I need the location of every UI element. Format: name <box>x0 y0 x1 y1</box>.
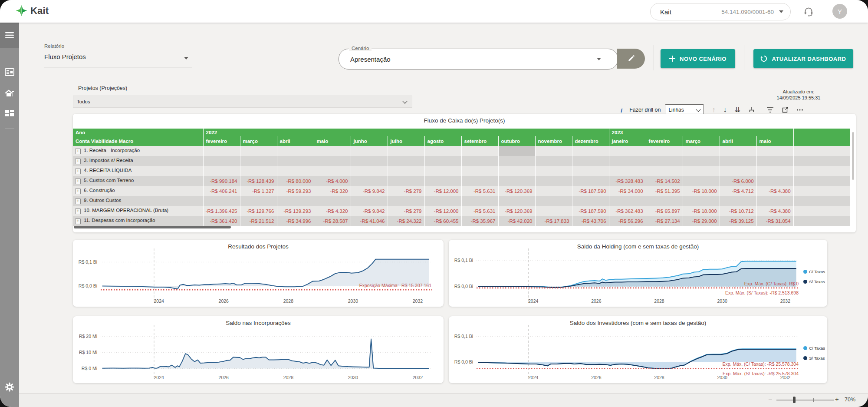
expand-row-icon[interactable]: + <box>75 169 81 174</box>
focus-mode-button[interactable] <box>782 106 789 113</box>
row-label-cell[interactable]: +5. Custos com Terreno <box>73 176 203 186</box>
legend-item[interactable]: C/ Taxas <box>803 346 825 351</box>
table-cell[interactable]: -R$ 120.369 <box>498 186 535 196</box>
row-label-cell[interactable]: +9. Outros Custos <box>73 196 203 206</box>
table-cell[interactable] <box>424 196 461 206</box>
table-cell[interactable] <box>388 166 424 176</box>
table-cell[interactable]: -R$ 43.706 <box>572 216 609 226</box>
table-cell[interactable] <box>203 156 240 166</box>
table-cell[interactable]: -R$ 65.897 <box>646 206 683 216</box>
expand-row-icon[interactable]: + <box>75 189 81 194</box>
table-cell[interactable] <box>535 196 572 206</box>
table-cell[interactable]: -R$ 1.327 <box>240 186 277 196</box>
table-cell[interactable] <box>461 176 498 186</box>
table-cell[interactable] <box>240 156 277 166</box>
table-cell[interactable]: -R$ 187.590 <box>572 186 609 196</box>
table-cell[interactable]: -R$ 24.322 <box>388 216 424 226</box>
table-cell[interactable] <box>756 196 793 206</box>
header-month[interactable]: novembro <box>535 136 572 146</box>
table-cell[interactable] <box>351 196 388 206</box>
table-cell[interactable] <box>572 156 609 166</box>
table-cell[interactable] <box>535 186 572 196</box>
table-cell[interactable] <box>277 146 314 156</box>
table-cell[interactable] <box>683 176 720 186</box>
table-cell[interactable] <box>240 196 277 206</box>
expand-row-icon[interactable]: + <box>75 179 81 184</box>
table-cell[interactable]: -R$ 51.395 <box>646 186 683 196</box>
table-cell[interactable] <box>720 156 756 166</box>
table-cell[interactable] <box>683 166 720 176</box>
projects-filter-dropdown[interactable]: Todos <box>73 96 412 108</box>
legend-item[interactable]: C/ Taxas <box>803 269 825 274</box>
table-cell[interactable] <box>461 196 498 206</box>
table-cell[interactable]: -R$ 12.000 <box>424 186 461 196</box>
table-cell[interactable] <box>535 176 572 186</box>
company-selector[interactable]: Kait 54.141.090/0001-60 <box>650 3 791 20</box>
table-cell[interactable]: -R$ 18.000 <box>683 186 720 196</box>
table-cell[interactable] <box>498 156 535 166</box>
header-month[interactable]: setembro <box>461 136 498 146</box>
table-cell[interactable]: -R$ 27.134 <box>646 216 683 226</box>
filter-button[interactable] <box>766 107 774 113</box>
table-cell[interactable] <box>756 146 793 156</box>
table-cell[interactable] <box>609 156 646 166</box>
table-cell[interactable]: -R$ 5.631 <box>461 206 498 216</box>
table-cell[interactable] <box>277 156 314 166</box>
table-cell[interactable]: -R$ 18.000 <box>683 206 720 216</box>
table-cell[interactable]: -R$ 279 <box>388 186 424 196</box>
table-cell[interactable] <box>535 156 572 166</box>
header-month[interactable]: maio <box>756 136 793 146</box>
row-label-cell[interactable]: +3. Impostos s/ Receita <box>73 156 203 166</box>
table-cell[interactable]: -R$ 41.046 <box>351 216 388 226</box>
table-cell[interactable]: -R$ 279 <box>388 206 424 216</box>
table-cell[interactable]: -R$ 9.842 <box>351 206 388 216</box>
expand-row-icon[interactable]: + <box>75 149 81 154</box>
table-cell[interactable] <box>314 166 351 176</box>
table-cell[interactable] <box>756 156 793 166</box>
header-month[interactable]: fevereiro <box>203 136 240 146</box>
table-cell[interactable] <box>351 156 388 166</box>
header-month[interactable]: janeiro <box>609 136 646 146</box>
table-cell[interactable] <box>646 166 683 176</box>
table-cell[interactable] <box>572 176 609 186</box>
header-month[interactable]: agosto <box>424 136 461 146</box>
table-cell[interactable] <box>646 196 683 206</box>
table-cell[interactable] <box>424 166 461 176</box>
drill-up-icon[interactable]: ↑ <box>712 106 715 113</box>
header-month[interactable]: abril <box>277 136 314 146</box>
row-label-cell[interactable]: +4. RECEITA LÍQUIDA <box>73 166 203 176</box>
table-cell[interactable] <box>498 146 535 156</box>
header-month[interactable]: julho <box>388 136 424 146</box>
table-cell[interactable] <box>351 176 388 186</box>
table-cell[interactable] <box>683 146 720 156</box>
table-cell[interactable] <box>203 196 240 206</box>
table-cell[interactable] <box>609 146 646 156</box>
header-month[interactable]: fevereiro <box>646 136 683 146</box>
zoom-in-button[interactable]: + <box>835 395 839 403</box>
line-chart[interactable]: R$ 0,1 BiR$ 0,0 Bi20242026202820302032Ex… <box>73 240 444 307</box>
drill-down-icon[interactable]: ↓ <box>723 106 727 113</box>
table-cell[interactable]: -R$ 4.380 <box>756 206 793 216</box>
table-cell[interactable] <box>498 166 535 176</box>
header-month[interactable]: março <box>240 136 277 146</box>
table-cell[interactable] <box>388 146 424 156</box>
table-cell[interactable] <box>498 176 535 186</box>
table-cell[interactable] <box>351 166 388 176</box>
report-select[interactable]: Fluxo Projetos <box>44 53 86 60</box>
table-cell[interactable]: -R$ 56.296 <box>609 216 646 226</box>
table-cell[interactable]: -R$ 320 <box>314 186 351 196</box>
table-cell[interactable]: -R$ 59.293 <box>277 186 314 196</box>
header-month[interactable]: dezembro <box>572 136 609 146</box>
zoom-out-button[interactable]: − <box>768 395 772 403</box>
table-cell[interactable] <box>203 146 240 156</box>
sidebar-item-reports[interactable] <box>0 63 19 81</box>
legend-item[interactable]: S/ Taxas <box>803 279 825 284</box>
table-cell[interactable] <box>461 166 498 176</box>
legend-item[interactable]: S/ Taxas <box>803 356 825 361</box>
kait-logo[interactable]: Kait <box>16 5 49 17</box>
table-cell[interactable] <box>535 166 572 176</box>
table-cell[interactable]: -R$ 4.320 <box>314 206 351 216</box>
table-vertical-scrollbar[interactable] <box>852 132 854 180</box>
edit-scenario-button[interactable] <box>617 49 645 69</box>
update-dashboard-button[interactable]: ATUALIZAR DASHBOARD <box>753 49 853 68</box>
